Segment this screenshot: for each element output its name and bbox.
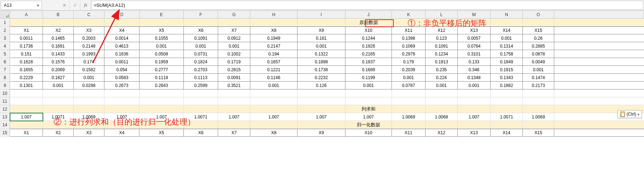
- formula-input[interactable]: =SUM(A3:A12): [91, 1, 643, 10]
- cell-L10[interactable]: [426, 89, 458, 97]
- cell-B2[interactable]: X2: [43, 26, 74, 34]
- cell-L12[interactable]: [426, 105, 458, 113]
- cell-J1[interactable]: 原始数据: [345, 19, 392, 26]
- cell-M11[interactable]: [458, 97, 491, 105]
- cell-E2[interactable]: X5: [139, 26, 184, 34]
- cell-I6[interactable]: 0.1898: [298, 58, 345, 66]
- cell-C10[interactable]: [74, 89, 104, 97]
- cell-E10[interactable]: [139, 89, 184, 97]
- cell-H9[interactable]: 0.001: [250, 82, 298, 89]
- column-header-G[interactable]: G: [218, 11, 250, 18]
- cell-A12[interactable]: [10, 105, 43, 113]
- cell-O8[interactable]: 0.1474: [523, 74, 554, 82]
- cell-H8[interactable]: 0.1146: [250, 74, 298, 82]
- cell-I14[interactable]: [298, 121, 345, 129]
- cell-K1[interactable]: [392, 19, 426, 26]
- cell-K13[interactable]: 1.0069: [392, 113, 426, 121]
- cell-D14[interactable]: [104, 121, 139, 129]
- column-header-I[interactable]: I: [298, 11, 345, 18]
- cell-M10[interactable]: [458, 89, 491, 97]
- cell-B13[interactable]: 1.0071: [43, 113, 74, 121]
- cell-H5[interactable]: 0.194: [250, 50, 298, 58]
- cell-H11[interactable]: [250, 97, 298, 105]
- cell-E7[interactable]: 0.2777: [139, 66, 184, 74]
- cell-J8[interactable]: 0.1199: [345, 74, 392, 82]
- cell-I3[interactable]: 0.161: [298, 34, 345, 42]
- cell-O15[interactable]: X15: [523, 129, 554, 137]
- cell-B3[interactable]: 0.1465: [43, 34, 74, 42]
- cell-E1[interactable]: [139, 19, 184, 26]
- cell-O6[interactable]: 0.0049: [523, 58, 554, 66]
- cell-H2[interactable]: X8: [250, 26, 298, 34]
- cell-G1[interactable]: [218, 19, 250, 26]
- cell-D9[interactable]: 0.2673: [104, 82, 139, 89]
- cell-B15[interactable]: X2: [43, 129, 74, 137]
- cell-H15[interactable]: X8: [250, 129, 298, 137]
- cell-N12[interactable]: [491, 105, 523, 113]
- cell-K14[interactable]: [392, 121, 426, 129]
- cell-K12[interactable]: [392, 105, 426, 113]
- cell-A1[interactable]: [10, 19, 43, 26]
- cell-B5[interactable]: 0.1433: [43, 50, 74, 58]
- cell-A3[interactable]: 0.0011: [10, 34, 43, 42]
- cell-J12[interactable]: 列求和: [345, 105, 392, 113]
- cell-H7[interactable]: 0.1221: [250, 66, 298, 74]
- cell-G9[interactable]: 0.3521: [218, 82, 250, 89]
- cell-N2[interactable]: X14: [491, 26, 523, 34]
- cell-C1[interactable]: [74, 19, 104, 26]
- column-header-M[interactable]: M: [458, 11, 491, 18]
- cell-A10[interactable]: [10, 89, 43, 97]
- cell-F6[interactable]: 0.1824: [184, 58, 218, 66]
- cell-J5[interactable]: 0.2165: [345, 50, 392, 58]
- cell-H4[interactable]: 0.2147: [250, 42, 298, 50]
- row-header-12[interactable]: 12: [0, 105, 10, 113]
- cell-O5[interactable]: 0.0878: [523, 50, 554, 58]
- cell-F9[interactable]: 0.2599: [184, 82, 218, 89]
- row-header-7[interactable]: 7: [0, 66, 10, 74]
- row-header-3[interactable]: 3: [0, 34, 10, 42]
- cell-G3[interactable]: 0.0912: [218, 34, 250, 42]
- cell-D15[interactable]: X4: [104, 129, 139, 137]
- cell-A8[interactable]: 0.2229: [10, 74, 43, 82]
- column-header-N[interactable]: N: [491, 11, 523, 18]
- cell-N15[interactable]: X14: [491, 129, 523, 137]
- cell-N5[interactable]: 0.1758: [491, 50, 523, 58]
- cell-O9[interactable]: 0.2173: [523, 82, 554, 89]
- cell-I15[interactable]: X9: [298, 129, 345, 137]
- cell-K2[interactable]: X11: [392, 26, 426, 34]
- cell-B10[interactable]: [43, 89, 74, 97]
- cell-A9[interactable]: 0.1301: [10, 82, 43, 89]
- column-header-D[interactable]: D: [104, 11, 139, 18]
- cell-H10[interactable]: [250, 89, 298, 97]
- cell-I4[interactable]: 0.001: [298, 42, 345, 50]
- cell-M5[interactable]: 0.3101: [458, 50, 491, 58]
- row-header-9[interactable]: 9: [0, 82, 10, 89]
- cell-F10[interactable]: [184, 89, 218, 97]
- cell-O12[interactable]: [523, 105, 554, 113]
- cell-J13[interactable]: 1.007: [345, 113, 392, 121]
- cell-B4[interactable]: 0.1691: [43, 42, 74, 50]
- row-header-11[interactable]: 11: [0, 97, 10, 105]
- cell-K10[interactable]: [392, 89, 426, 97]
- cell-M14[interactable]: [458, 121, 491, 129]
- cell-K8[interactable]: 0.001: [392, 74, 426, 82]
- cell-A14[interactable]: [10, 121, 43, 129]
- cell-I8[interactable]: 0.2232: [298, 74, 345, 82]
- row-header-15[interactable]: 15: [0, 129, 10, 137]
- cell-L3[interactable]: 0.123: [426, 34, 458, 42]
- cell-D11[interactable]: [104, 97, 139, 105]
- cell-D1[interactable]: [104, 19, 139, 26]
- cell-N7[interactable]: 0.1915: [491, 66, 523, 74]
- cell-F11[interactable]: [184, 97, 218, 105]
- cell-J3[interactable]: 0.1244: [345, 34, 392, 42]
- row-header-6[interactable]: 6: [0, 58, 10, 66]
- cell-D2[interactable]: X4: [104, 26, 139, 34]
- cell-B7[interactable]: 0.2069: [43, 66, 74, 74]
- cell-D13[interactable]: 1.007: [104, 113, 139, 121]
- cell-E3[interactable]: 0.1055: [139, 34, 184, 42]
- cell-A11[interactable]: [10, 97, 43, 105]
- name-box[interactable]: A13 ▾: [1, 1, 42, 10]
- cell-B12[interactable]: [43, 105, 74, 113]
- cell-D10[interactable]: [104, 89, 139, 97]
- column-header-K[interactable]: K: [392, 11, 426, 18]
